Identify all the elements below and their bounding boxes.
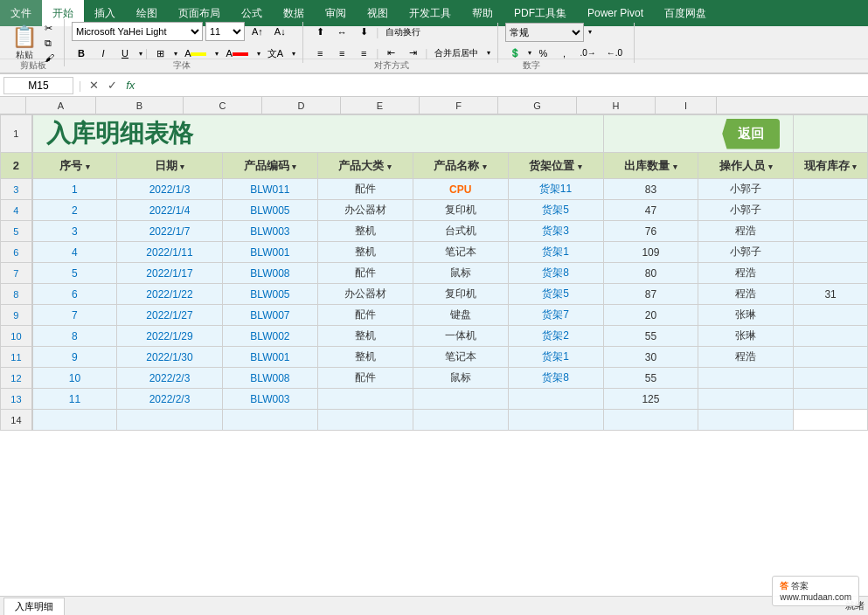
watermark: 答 答案 www.mudaan.com — [772, 576, 859, 606]
table-row: 8 6 2022/1/22 BLW005 办公器材 复印机 货架5 87 程浩 … — [1, 284, 868, 305]
title-row: 1 入库明细表格 返回 — [1, 115, 868, 153]
return-btn-cell[interactable]: 返回 — [603, 115, 794, 153]
bottom-bar: 入库明细 就绪 — [0, 596, 868, 615]
header-qty: 出库数量 ▾ — [603, 153, 698, 179]
header-name: 产品名称 ▾ — [413, 153, 508, 179]
border-dropdown[interactable]: ▾ — [174, 50, 177, 58]
table-row: 3 1 2022/1/3 BLW011 配件 CPU 货架11 83 小郭子 — [1, 179, 868, 200]
font-color-dropdown[interactable]: ▾ — [257, 50, 260, 58]
header-operator: 操作人员 ▾ — [698, 153, 794, 179]
currency-dropdown[interactable]: ▾ — [528, 49, 531, 57]
col-header-E[interactable]: E — [341, 97, 420, 114]
table-row: 4 2 2022/1/4 BLW005 办公器材 复印机 货架5 47 小郭子 — [1, 200, 868, 221]
auto-wrap-button[interactable]: 自动换行 — [381, 23, 425, 42]
seq-filter[interactable]: ▾ — [86, 162, 90, 171]
cancel-icon[interactable]: ✕ — [87, 79, 101, 92]
table-row: 10 8 2022/1/29 BLW002 整机 一体机 货架2 55 张琳 — [1, 326, 868, 347]
paste-icon: 📋 — [11, 24, 38, 49]
row-num-2: 2 — [1, 153, 32, 179]
return-button[interactable]: 返回 — [722, 119, 780, 149]
corner-header — [0, 97, 26, 114]
col-header-D[interactable]: D — [262, 97, 341, 114]
alignment-label: 对齐方式 — [304, 59, 479, 73]
number-format-select[interactable]: 常规 — [505, 23, 584, 42]
underline-dropdown[interactable]: ▾ — [139, 50, 142, 58]
confirm-icon[interactable]: ✓ — [105, 79, 120, 92]
table-row: 12 10 2022/2/3 BLW008 配件 鼠标 货架8 55 — [1, 368, 868, 389]
header-date-label: 日期 — [155, 159, 177, 172]
function-icon[interactable]: fx — [123, 79, 137, 92]
table-row: 9 7 2022/1/27 BLW007 配件 键盘 货架7 20 张琳 — [1, 305, 868, 326]
header-date: 日期 ▾ — [117, 153, 223, 179]
formula-input[interactable] — [141, 77, 865, 94]
header-stock: 现有库存 ▾ — [794, 153, 868, 179]
table-row: 5 3 2022/1/7 BLW003 整机 台式机 货架3 76 程浩 — [1, 221, 868, 242]
watermark-icon: 答 — [780, 581, 788, 591]
number-label: 数字 — [479, 59, 584, 73]
cell-reference-input[interactable]: M15 — [3, 77, 73, 94]
col-header-H[interactable]: H — [577, 97, 656, 114]
col-header-F[interactable]: F — [420, 97, 498, 114]
phonetic-dropdown[interactable]: ▾ — [292, 50, 295, 58]
date-filter[interactable]: ▾ — [180, 162, 184, 171]
menu-baidu[interactable]: 百度网盘 — [654, 0, 717, 26]
spreadsheet-title: 入库明细表格 — [32, 115, 603, 153]
header-name-label: 产品名称 — [434, 159, 479, 172]
font-color-button[interactable]: A — [221, 44, 252, 63]
qty-filter[interactable]: ▾ — [673, 162, 677, 171]
header-seq-label: 序号 — [59, 159, 82, 172]
header-code: 产品编码 ▾ — [223, 153, 318, 179]
increase-decimal-button[interactable]: ←.0 — [602, 44, 627, 63]
fill-color-button[interactable]: A — [180, 44, 211, 63]
header-category-label: 产品大类 — [338, 159, 384, 172]
shelf-filter[interactable]: ▾ — [578, 162, 582, 171]
table-row: 7 5 2022/1/17 BLW008 配件 鼠标 货架8 80 程浩 — [1, 263, 868, 284]
col-header-I[interactable]: I — [656, 97, 717, 114]
watermark-text: 答案 — [791, 581, 809, 591]
header-code-label: 产品编码 — [244, 159, 289, 172]
header-seq: 序号 ▾ — [32, 153, 117, 179]
align-middle-button[interactable]: ↔ — [332, 23, 351, 42]
empty-row: 14 — [1, 410, 868, 431]
copy-button[interactable]: ⧉ — [42, 37, 57, 50]
title-row-i — [794, 115, 868, 153]
header-shelf-label: 货架位置 — [529, 159, 574, 172]
col-header-C[interactable]: C — [184, 97, 262, 114]
header-operator-label: 操作人员 — [719, 159, 765, 172]
sheet-tab[interactable]: 入库明细 — [3, 598, 65, 615]
operator-filter[interactable]: ▾ — [768, 162, 773, 171]
return-label: 返回 — [738, 126, 764, 141]
header-stock-label: 现有库存 — [804, 159, 850, 172]
table-row: 13 11 2022/2/3 BLW003 125 — [1, 389, 868, 410]
header-shelf: 货架位置 ▾ — [508, 153, 603, 179]
name-filter[interactable]: ▾ — [483, 162, 487, 171]
ribbon: 📋 粘贴 ✂ ⧉ 🖌 — [0, 26, 868, 74]
clipboard-label: 剪贴板 — [7, 59, 59, 73]
copy-icon: ⧉ — [45, 38, 52, 49]
row-num-1: 1 — [1, 115, 32, 153]
number-format-dropdown[interactable]: ▾ — [588, 28, 592, 36]
formula-bar: M15 | ✕ ✓ fx — [0, 74, 868, 97]
align-top-button[interactable]: ⬆ — [310, 23, 330, 42]
col-header-B[interactable]: B — [96, 97, 184, 114]
increase-font-button[interactable]: A↑ — [247, 22, 267, 41]
category-filter[interactable]: ▾ — [387, 162, 392, 171]
align-bottom-button[interactable]: ⬇ — [354, 23, 373, 42]
cut-button[interactable]: ✂ — [42, 22, 57, 35]
spreadsheet-table: 1 入库明细表格 返回 2 序号 — [0, 114, 868, 431]
header-row: 2 序号 ▾ 日期 ▾ 产品编码 ▾ — [1, 153, 868, 179]
merge-dropdown[interactable]: ▾ — [487, 49, 490, 57]
col-header-A[interactable]: A — [26, 97, 96, 114]
font-name-select[interactable]: Microsoft YaHei Light — [72, 22, 203, 41]
code-filter[interactable]: ▾ — [292, 162, 296, 171]
cut-icon: ✂ — [45, 23, 52, 34]
table-row: 6 4 2022/1/11 BLW001 整机 笔记本 货架1 109 小郭子 — [1, 242, 868, 263]
font-size-select[interactable]: 11 — [205, 22, 245, 41]
stock-filter[interactable]: ▾ — [852, 162, 857, 171]
col-header-G[interactable]: G — [498, 97, 577, 114]
table-row: 11 9 2022/1/30 BLW001 整机 笔记本 货架1 30 程浩 — [1, 347, 868, 368]
header-qty-label: 出库数量 — [624, 159, 670, 172]
fill-dropdown[interactable]: ▾ — [215, 50, 219, 58]
watermark-site: www.mudaan.com — [780, 592, 851, 602]
decrease-font-button[interactable]: A↓ — [270, 22, 290, 41]
